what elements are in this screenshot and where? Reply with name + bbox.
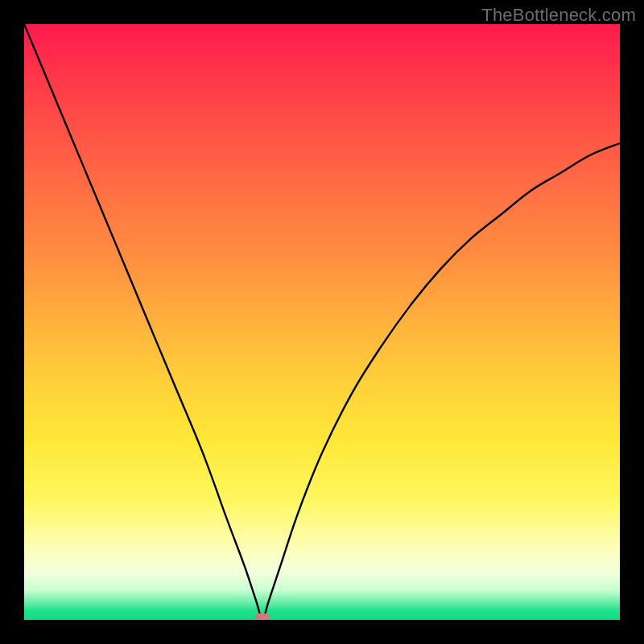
bottleneck-curve <box>24 24 620 620</box>
bottleneck-curve-svg <box>24 24 620 620</box>
min-marker-group <box>255 613 270 620</box>
chart-frame: TheBottleneck.com <box>0 0 644 644</box>
attribution-label: TheBottleneck.com <box>481 5 636 26</box>
plot-area <box>24 24 620 620</box>
curve-path <box>24 24 620 620</box>
min-marker-icon <box>255 613 270 620</box>
